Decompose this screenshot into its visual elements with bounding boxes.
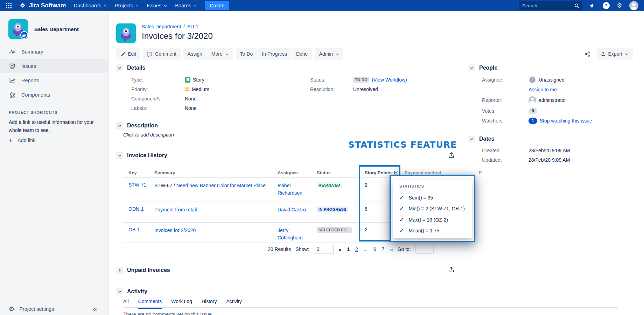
nav-menu-dashboards[interactable]: Dashboards (74, 3, 107, 8)
summary-pulse-icon (9, 48, 16, 55)
tab-work-log[interactable]: Work Log (171, 299, 192, 307)
sidebar-collapse-button[interactable]: « (93, 305, 97, 313)
transition-todo-button[interactable]: To Do (236, 48, 257, 59)
column-header-summary[interactable]: Summary (154, 169, 278, 176)
app-switcher-icon[interactable] (6, 2, 12, 9)
create-button[interactable]: Create (205, 1, 229, 10)
assignee-link[interactable]: Jerry Cottingham (278, 227, 303, 240)
chevron-down-icon (163, 4, 167, 8)
summary-link[interactable]: Payment from retail (154, 207, 197, 212)
page-7-link[interactable]: 7 (382, 246, 384, 252)
issue-key-link[interactable]: STW-71 (128, 182, 146, 188)
page-6-link[interactable]: 6 (373, 246, 376, 252)
column-header-key[interactable]: Key (123, 170, 154, 175)
column-header-assignee[interactable]: Assignee (278, 169, 317, 176)
export-button[interactable]: Export (597, 48, 633, 59)
page-1-current[interactable]: 1 (347, 246, 350, 252)
user-avatar[interactable] (629, 1, 638, 10)
issues-icon (9, 63, 16, 70)
comment-bubble-icon (147, 51, 153, 57)
assignee-link[interactable]: Isabel Richardson (278, 183, 302, 196)
view-workflow-link[interactable]: (View Workflow) (372, 77, 407, 83)
components-label: Component/s: (131, 96, 185, 102)
updated-value: 28/Feb/20 9:09 AM (528, 157, 570, 163)
transition-inprogress-button[interactable]: In Progress (258, 48, 291, 59)
stat-max-item[interactable]: ✓ Max() = 13 (OZ-2) (399, 216, 448, 224)
feedback-megaphone-icon[interactable] (589, 2, 596, 9)
column-header-status[interactable]: Status (317, 170, 362, 175)
status-badge: TO DO (353, 77, 369, 83)
collapse-chevron-icon[interactable] (468, 135, 475, 142)
sidebar-item-reports[interactable]: Reports (0, 73, 108, 88)
assign-to-me-link[interactable]: Assign to me (528, 87, 557, 92)
settings-gear-icon[interactable]: ⚙ (617, 2, 622, 9)
prev-page-button[interactable]: « (338, 246, 341, 252)
search-input[interactable] (522, 3, 572, 9)
summary-link[interactable]: Need new Banner Color for Market Place (176, 183, 266, 188)
next-page-button[interactable]: » (390, 246, 393, 252)
issue-key-link[interactable]: OB-1 (128, 227, 140, 232)
issue-key-link[interactable]: ODN-1 (128, 206, 144, 212)
column-header-truncated[interactable]: P (479, 170, 482, 175)
status-badge: IN PROGRESS (317, 206, 348, 212)
nav-menu-projects[interactable]: Projects (115, 3, 139, 8)
watchers-badge[interactable]: 1 (528, 118, 537, 124)
add-description-placeholder[interactable]: Click to add description (123, 132, 174, 138)
stat-sum-item[interactable]: ✓ Sum() = 35 (399, 194, 433, 202)
project-settings-button[interactable]: ⚙ Project settings (9, 306, 54, 312)
jira-brand[interactable]: Jira Software (20, 2, 66, 9)
stat-mean-item[interactable]: ✓ Mean() = 1.75 (399, 227, 439, 234)
sidebar-item-issues[interactable]: Issues (0, 59, 108, 73)
collapse-chevron-icon[interactable] (116, 152, 123, 159)
tab-comments[interactable]: Comments (138, 299, 162, 307)
assignee-link[interactable]: David Castro (278, 207, 306, 212)
watchers-label: Watchers: (482, 118, 528, 124)
resolution-value: Unresolved (353, 86, 378, 92)
assign-button[interactable]: Assign (183, 48, 206, 59)
breadcrumb-issue-link[interactable]: SD-1 (187, 24, 198, 29)
breadcrumb: Sales Department / SD-1 (142, 24, 213, 29)
stat-min-item[interactable]: ✓ Min() = 2 (STW-71, OB-1) (399, 205, 465, 212)
collapse-chevron-icon[interactable] (116, 122, 123, 129)
table-export-icon[interactable] (448, 152, 455, 159)
expand-chevron-icon[interactable] (116, 267, 123, 274)
collapse-chevron-icon[interactable] (116, 288, 123, 295)
admin-button[interactable]: Admin (315, 48, 343, 59)
summary-link[interactable]: Invoices for 2/2020 (154, 227, 196, 233)
goto-label: Go to: (398, 246, 411, 252)
help-icon[interactable]: ? (603, 2, 610, 9)
export-icon (601, 51, 606, 56)
chevron-down-icon (625, 52, 629, 56)
edit-button[interactable]: Edit (116, 48, 140, 59)
issue-project-avatar (116, 23, 136, 43)
project-sidebar: Sales Department Summary Issues Reports … (0, 11, 108, 315)
tab-activity[interactable]: Activity (226, 299, 241, 307)
gear-icon: ⚙ (9, 306, 14, 312)
goto-page-input[interactable] (415, 245, 434, 254)
nav-menu-issues[interactable]: Issues (147, 3, 167, 8)
collapse-chevron-icon[interactable] (116, 64, 123, 71)
share-button[interactable] (582, 48, 593, 59)
breadcrumb-project-link[interactable]: Sales Department (142, 24, 181, 29)
sidebar-item-summary[interactable]: Summary (0, 44, 108, 59)
dates-section-header: Dates (468, 135, 495, 142)
page-2-link[interactable]: 2 (355, 246, 358, 252)
statistics-feature-annotation: STATISTICS FEATURE (348, 140, 457, 150)
tab-all[interactable]: All (123, 299, 129, 307)
check-icon: ✓ (399, 227, 404, 234)
more-button[interactable]: More (207, 48, 233, 59)
activity-section-header: Activity (116, 288, 147, 295)
sidebar-item-components[interactable]: Components (0, 88, 108, 102)
transition-done-button[interactable]: Done (292, 48, 312, 59)
plus-icon: + (9, 137, 12, 143)
table-export-icon[interactable] (448, 266, 455, 273)
votes-badge[interactable]: 0 (528, 108, 537, 114)
stop-watching-link[interactable]: Stop watching this issue (540, 118, 592, 124)
comment-button[interactable]: Comment (143, 48, 181, 59)
show-count-input[interactable] (314, 245, 334, 254)
unpaid-invoices-section-header: Unpaid Invoices (116, 267, 170, 274)
tab-history[interactable]: History (202, 299, 217, 307)
add-link-button[interactable]: + Add link (9, 137, 36, 143)
nav-menu-boards[interactable]: Boards (175, 3, 197, 8)
collapse-chevron-icon[interactable] (468, 64, 475, 71)
